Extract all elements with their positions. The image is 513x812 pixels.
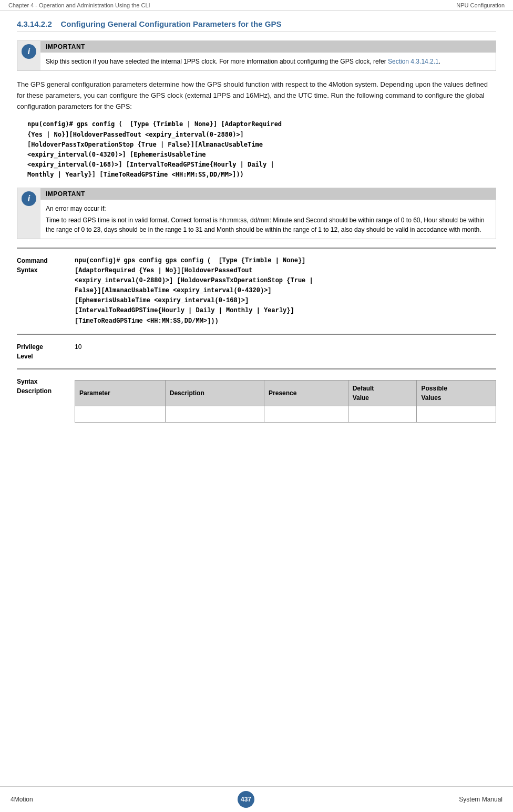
important-icon-col-2: i [17, 188, 40, 239]
syntax-table: Parameter Description Presence DefaultVa… [75, 380, 496, 423]
footer-right: System Manual [459, 796, 502, 803]
important-icon-1: i [22, 44, 36, 59]
params-table: Parameter Description Presence DefaultVa… [75, 380, 496, 423]
important-header-1: IMPORTANT [40, 41, 496, 53]
table-header-row: Parameter Description Presence DefaultVa… [75, 380, 496, 406]
table-row-empty [75, 406, 496, 422]
important-box-2: i IMPORTANT An error may occur if: Time … [17, 188, 496, 239]
important-header-2: IMPORTANT [40, 188, 496, 200]
footer-left: 4Motion [11, 796, 33, 803]
privilege-level-row: Privilege Level 10 [17, 334, 496, 366]
cell-empty-4 [348, 406, 417, 422]
page-header: Chapter 4 - Operation and Administration… [0, 0, 513, 11]
important-box-1: i IMPORTANT Skip this section if you hav… [17, 40, 496, 71]
important-content-2: IMPORTANT An error may occur if: Time to… [40, 188, 496, 239]
important-link-1[interactable]: Section 4.3.14.2.1 [388, 58, 439, 65]
command-syntax-label: Command Syntax [17, 256, 75, 326]
col-possible-values: PossibleValues [417, 380, 496, 406]
section-title: 4.3.14.2.2 Configuring General Configura… [17, 19, 496, 32]
section-heading: Configuring General Configuration Parame… [60, 19, 281, 28]
footer-page-number: 437 [238, 791, 254, 808]
command-syntax-value: npu(config)# gps config gps config ( [Ty… [75, 256, 496, 326]
important-body-text-1: Skip this section if you have selected t… [46, 58, 388, 65]
main-code-block: npu(config)# gps config ( [Type {Trimble… [27, 119, 496, 180]
page-footer: 4Motion 437 System Manual [0, 786, 513, 812]
syntax-description-value: Parameter Description Presence DefaultVa… [75, 377, 496, 423]
header-right: NPU Configuration [456, 2, 505, 8]
col-parameter: Parameter [75, 380, 166, 406]
cell-empty-3 [264, 406, 348, 422]
privilege-level-label: Privilege Level [17, 342, 75, 361]
command-syntax-row: Command Syntax npu(config)# gps config g… [17, 248, 496, 332]
important-body-end-1: . [439, 58, 440, 65]
cell-empty-1 [75, 406, 166, 422]
cell-empty-2 [165, 406, 264, 422]
important-content-1: IMPORTANT Skip this section if you have … [40, 41, 496, 70]
privilege-level-value: 10 [75, 342, 496, 361]
col-description: Description [165, 380, 264, 406]
section-number: 4.3.14.2.2 [17, 19, 52, 28]
cell-empty-5 [417, 406, 496, 422]
table-body [75, 406, 496, 422]
important-body2-line1: An error may occur if: [46, 204, 490, 213]
main-content: 4.3.14.2.2 Configuring General Configura… [0, 11, 513, 451]
important-icon-col-1: i [17, 41, 40, 70]
command-syntax-pre: npu(config)# gps config gps config ( [Ty… [75, 256, 496, 326]
body-paragraph: The GPS general configuration parameters… [17, 79, 496, 112]
syntax-description-label: Syntax Description [17, 377, 75, 423]
important-body2-line2: Time to read GPS time is not in valid fo… [46, 215, 490, 234]
code-pre-main: npu(config)# gps config ( [Type {Trimble… [27, 119, 496, 180]
syntax-description-row: Syntax Description Parameter Description… [17, 368, 496, 428]
important-body-1: Skip this section if you have selected t… [40, 53, 496, 70]
col-default-value: DefaultValue [348, 380, 417, 406]
important-icon-2: i [22, 191, 36, 206]
important-body-2: An error may occur if: Time to read GPS … [40, 200, 496, 239]
header-left: Chapter 4 - Operation and Administration… [8, 2, 150, 8]
col-presence: Presence [264, 380, 348, 406]
